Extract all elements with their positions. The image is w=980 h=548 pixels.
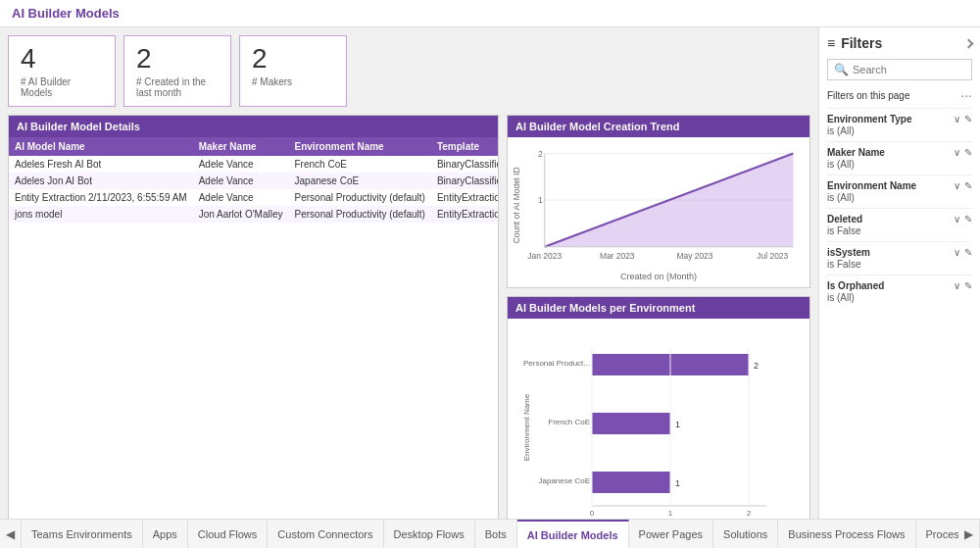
svg-text:Environment Name: Environment Name	[522, 393, 531, 461]
kpi-value-2: 2	[252, 44, 334, 75]
tab-custom[interactable]: Custom Connectors	[268, 520, 383, 548]
trend-chart-card: AI Builder Model Creation Trend Count of…	[507, 115, 810, 288]
table-content[interactable]: AI Model Name Maker Name Environment Nam…	[9, 137, 498, 519]
col-maker-name: Maker Name	[193, 137, 289, 156]
kpi-card-1: 2 # Created in the last month	[123, 35, 231, 107]
filters-expand-icon[interactable]	[964, 38, 974, 48]
table-row: Entity Extraction 2/11/2023, 6:55:59 AMA…	[9, 189, 498, 206]
filter-edit-5[interactable]: ✎	[964, 280, 972, 291]
tab-nav-left[interactable]: ◀	[0, 520, 22, 548]
filter-edit-2[interactable]: ✎	[964, 180, 972, 191]
kpi-label-2: # Makers	[252, 76, 334, 87]
col-template: Template	[431, 137, 498, 156]
tab-solutions[interactable]: Solutions	[713, 520, 778, 548]
filter-controls-2: ∨ ✎	[954, 180, 972, 191]
svg-text:2: 2	[747, 509, 752, 518]
filter-value-2: is (All)	[827, 192, 972, 203]
svg-text:May 2023: May 2023	[676, 251, 712, 261]
filter-name-3: Deleted	[827, 214, 862, 224]
filter-item-4: isSystem ∨ ✎ is False	[827, 241, 972, 274]
env-chart-title: AI Builder Models per Environment	[508, 297, 809, 319]
tab-ai[interactable]: AI Builder Models	[517, 520, 629, 548]
filter-controls-5: ∨ ✎	[954, 280, 972, 291]
filter-item-1: Maker Name ∨ ✎ is (All)	[827, 141, 972, 174]
tab-desktop[interactable]: Desktop Flows	[384, 520, 475, 548]
table-title: AI Builder Model Details	[9, 116, 498, 137]
filter-name-1: Maker Name	[827, 147, 885, 158]
filters-search-input[interactable]	[853, 64, 965, 75]
filter-edit-3[interactable]: ✎	[964, 214, 972, 224]
tab-power[interactable]: Power Pages	[629, 520, 713, 548]
tab-process[interactable]: Process Flows	[916, 520, 958, 548]
filter-chevron-4[interactable]: ∨	[954, 247, 960, 258]
svg-text:2: 2	[754, 361, 759, 371]
table-row: Adeles Jon AI BotAdele VanceJapanese CoE…	[9, 173, 498, 189]
filter-chevron-5[interactable]: ∨	[954, 280, 960, 291]
charts-section: AI Builder Model Creation Trend Count of…	[507, 115, 810, 519]
filter-edit-1[interactable]: ✎	[964, 147, 972, 158]
kpi-card-0: 4 # AI Builder Models	[8, 35, 116, 107]
filters-title-text: Filters	[841, 35, 882, 51]
kpi-value-1: 2	[136, 44, 219, 75]
filter-controls-0: ∨ ✎	[954, 114, 972, 125]
filter-value-1: is (All)	[827, 159, 972, 170]
filters-more-icon[interactable]: ···	[960, 88, 972, 102]
filter-name-0: Environment Type	[827, 114, 912, 125]
svg-text:0: 0	[590, 509, 595, 518]
filters-on-page-text: Filters on this page	[827, 90, 910, 101]
filter-item-2: Environment Name ∨ ✎ is (All)	[827, 174, 972, 208]
env-chart-svg: Environment Name Personal Product... 2 F…	[514, 324, 804, 519]
svg-text:Mar 2023: Mar 2023	[600, 251, 635, 261]
filter-name-5: Is Orphaned	[827, 280, 884, 291]
filter-controls-4: ∨ ✎	[954, 247, 972, 258]
tab-teams[interactable]: Teams Environments	[22, 520, 143, 548]
trend-chart-body: Count of AI Model ID 1 2 Jan 2023	[508, 137, 809, 287]
filters-title: ≡ Filters	[827, 35, 972, 51]
svg-text:2: 2	[538, 149, 543, 159]
filter-item-5: Is Orphaned ∨ ✎ is (All)	[827, 274, 972, 308]
filters-search-box[interactable]: 🔍	[827, 59, 972, 80]
tab-business[interactable]: Business Process Flows	[778, 520, 915, 548]
table-section: AI Builder Model Details AI Model Name M…	[8, 115, 499, 519]
tab-cloud[interactable]: Cloud Flows	[188, 520, 269, 548]
search-icon: 🔍	[834, 63, 849, 76]
svg-text:Count of AI Model ID: Count of AI Model ID	[514, 167, 521, 243]
filter-controls-1: ∨ ✎	[954, 147, 972, 158]
filter-edit-0[interactable]: ✎	[964, 114, 972, 125]
env-chart-body: Environment Name Personal Product... 2 F…	[508, 319, 809, 519]
filter-value-4: is False	[827, 259, 972, 270]
kpi-label-0: # AI Builder Models	[21, 76, 103, 98]
trend-chart-title: AI Builder Model Creation Trend	[508, 116, 809, 137]
filter-chevron-3[interactable]: ∨	[954, 214, 960, 224]
trend-x-label: Created on (Month)	[514, 272, 804, 281]
ai-model-table: AI Model Name Maker Name Environment Nam…	[9, 137, 498, 223]
filter-item-3: Deleted ∨ ✎ is False	[827, 208, 972, 241]
filter-chevron-0[interactable]: ∨	[954, 114, 960, 125]
tabs-container: Teams EnvironmentsAppsCloud FlowsCustom …	[22, 520, 958, 548]
col-model-name: AI Model Name	[9, 137, 193, 156]
col-env-name: Environment Name	[289, 137, 431, 156]
filter-value-3: is False	[827, 225, 972, 236]
kpi-value-0: 4	[21, 44, 103, 75]
tab-nav-right[interactable]: ▶	[958, 520, 980, 548]
tab-apps[interactable]: Apps	[143, 520, 188, 548]
filter-item-0: Environment Type ∨ ✎ is (All)	[827, 108, 972, 141]
svg-text:Jul 2023: Jul 2023	[757, 251, 788, 261]
tab-bots[interactable]: Bots	[475, 520, 517, 548]
trend-chart-svg: Count of AI Model ID 1 2 Jan 2023	[514, 143, 804, 268]
svg-text:1: 1	[538, 195, 543, 205]
page-title: AI Builder Models	[12, 6, 120, 21]
table-row: jons modelJon Aarlot O'MalleyPersonal Pr…	[9, 206, 498, 223]
filter-value-5: is (All)	[827, 292, 972, 303]
env-chart-card: AI Builder Models per Environment Enviro…	[507, 296, 810, 519]
filters-on-page-label: Filters on this page ···	[827, 88, 972, 102]
filter-name-2: Environment Name	[827, 180, 916, 191]
filter-chevron-2[interactable]: ∨	[954, 180, 960, 191]
filter-chevron-1[interactable]: ∨	[954, 147, 960, 158]
table-row: Adeles Fresh AI BotAdele VanceFrench CoE…	[9, 156, 498, 173]
kpi-label-1: # Created in the last month	[136, 76, 219, 98]
filter-edit-4[interactable]: ✎	[964, 247, 972, 258]
filter-value-0: is (All)	[827, 125, 972, 136]
svg-text:1: 1	[675, 478, 680, 488]
svg-text:Jan 2023: Jan 2023	[527, 251, 562, 261]
